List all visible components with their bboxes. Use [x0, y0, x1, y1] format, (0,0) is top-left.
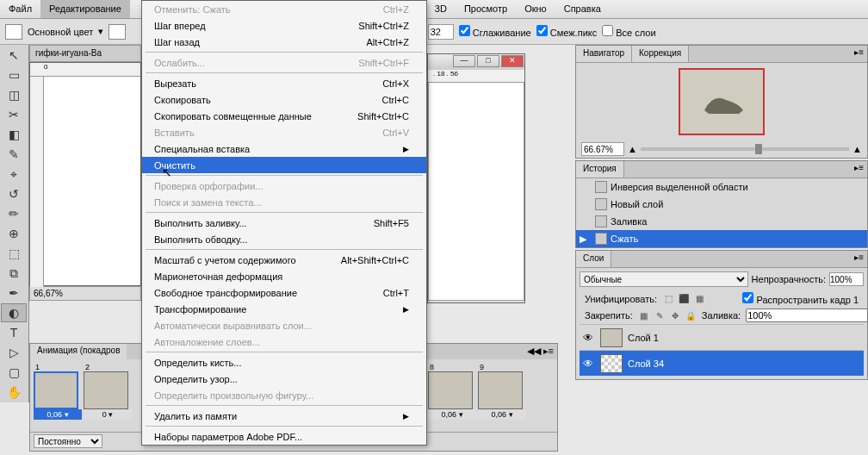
fill-input[interactable]	[746, 309, 868, 322]
menu-item[interactable]: Определить узор...	[142, 371, 426, 387]
lock-icons[interactable]: ▦✎✥🔒	[638, 309, 697, 321]
menu-item[interactable]: СкопироватьCtrl+C	[142, 91, 426, 108]
tool-2[interactable]: ◫	[1, 85, 27, 104]
tab-history[interactable]: История	[576, 161, 624, 178]
menu-item[interactable]: Выполнить обводку...	[142, 231, 426, 247]
menu-item[interactable]: Трансформирование▶	[142, 301, 426, 317]
menu-Справка[interactable]: Справка	[555, 0, 610, 18]
unify-icons[interactable]: ⬚⬛▦	[662, 293, 705, 305]
menu-item[interactable]: Шаг назадAlt+Ctrl+Z	[142, 34, 426, 50]
tool-8[interactable]: ✏	[1, 204, 27, 223]
tool-14[interactable]: T	[1, 323, 27, 342]
tool-1[interactable]: ▭	[1, 65, 27, 84]
menu-item[interactable]: Очистить	[142, 157, 426, 173]
tool-6[interactable]: ⌖	[1, 165, 27, 184]
animation-frame[interactable]: 80,06 ▾	[428, 363, 476, 428]
layer-name: Слой 34	[628, 358, 664, 369]
menu-item[interactable]: Наборы параметров Adobe PDF...	[142, 428, 426, 445]
layer-thumbnail[interactable]	[600, 354, 623, 373]
close-button[interactable]: ✕	[501, 55, 524, 67]
opacity-label: Непрозрачность:	[752, 274, 826, 284]
animation-frame[interactable]: 10,06 ▾	[34, 363, 82, 428]
minimize-button[interactable]: —	[453, 55, 475, 67]
options-toolbar: Основной цвет ▾ Допуск: Сглаживание Смеж…	[0, 19, 868, 45]
zoom-in-icon[interactable]: ▲	[852, 144, 862, 154]
menu-Окно[interactable]: Окно	[516, 0, 555, 18]
antialias-checkbox[interactable]: Сглаживание	[459, 25, 531, 38]
menu-item[interactable]: Шаг впередShift+Ctrl+Z	[142, 17, 426, 34]
menu-Редактирование[interactable]: Редактирование	[40, 0, 130, 18]
animation-frame[interactable]: 90,06 ▾	[478, 363, 526, 428]
panel-menu-icon[interactable]: ◀◀ ▸≡	[524, 344, 557, 359]
tool-4[interactable]: ◧	[1, 125, 27, 144]
menu-item: Поиск и замена текста...	[142, 194, 426, 210]
tool-9[interactable]: ⊕	[1, 224, 27, 243]
history-state[interactable]: Заливка	[576, 213, 867, 230]
tool-5[interactable]: ✎	[1, 145, 27, 164]
loop-select[interactable]: Постоянно	[34, 434, 102, 448]
document-tab[interactable]: гифки-игуана-Ba	[29, 45, 141, 62]
layer-thumbnail[interactable]	[600, 328, 623, 347]
panel-menu-icon[interactable]: ▸≡	[851, 251, 867, 267]
tool-3[interactable]: ✂	[1, 105, 27, 124]
tool-16[interactable]: ▢	[1, 363, 27, 382]
zoom-status[interactable]: 66,67%	[29, 286, 141, 301]
color-swatch[interactable]	[108, 24, 126, 40]
tool-0[interactable]: ↖	[1, 46, 27, 65]
tool-13[interactable]: ◐	[1, 303, 27, 322]
layer-row[interactable]: 👁Слой 1	[580, 324, 864, 350]
menu-item[interactable]: Скопировать совмещенные данныеShift+Ctrl…	[142, 108, 426, 124]
history-panel: История ▸≡ Инверсия выделенной областиНо…	[575, 160, 868, 248]
visibility-icon[interactable]: 👁	[583, 332, 595, 344]
iguana-image	[696, 84, 747, 119]
visibility-icon[interactable]: 👁	[583, 358, 595, 370]
animation-frame[interactable]: 20 ▾	[84, 363, 132, 428]
menu-item[interactable]: Выполнить заливку...Shift+F5	[142, 215, 426, 231]
history-state[interactable]: Инверсия выделенной области	[576, 178, 867, 196]
history-state[interactable]: Новый слой	[576, 196, 867, 213]
menu-item[interactable]: Свободное трансформированиеCtrl+T	[142, 284, 426, 301]
zoom-out-icon[interactable]: ▲	[628, 144, 637, 154]
tab-correction[interactable]: Коррекция	[632, 46, 689, 62]
contiguous-checkbox[interactable]: Смеж.пикс	[536, 25, 598, 38]
tool-7[interactable]: ↺	[1, 184, 27, 203]
blend-mode-select[interactable]: Обычные	[580, 271, 748, 287]
history-state[interactable]: ▶Сжать	[576, 230, 867, 247]
tool-10[interactable]: ⬚	[1, 244, 27, 263]
panel-menu-icon[interactable]: ▸≡	[851, 161, 867, 178]
menu-item[interactable]: Определить кисть...	[142, 354, 426, 371]
maximize-button[interactable]: □	[477, 55, 499, 67]
propagate-checkbox[interactable]: Распространить кадр 1	[742, 292, 859, 305]
all-layers-checkbox[interactable]: Все слои	[602, 25, 655, 38]
menu-item[interactable]: ВырезатьCtrl+X	[142, 75, 426, 91]
menu-item: ВставитьCtrl+V	[142, 124, 426, 140]
tab-animation[interactable]: Анимация (покадров	[30, 344, 127, 359]
menu-Файл[interactable]: Файл	[0, 0, 40, 18]
bucket-icon[interactable]	[5, 24, 22, 40]
menu-Просмотр[interactable]: Просмотр	[456, 0, 516, 18]
tolerance-input[interactable]	[428, 24, 454, 40]
ruler-horizontal: 0	[30, 63, 140, 77]
canvas[interactable]	[428, 82, 524, 301]
tool-15[interactable]: ▷	[1, 343, 27, 362]
tool-12[interactable]: ✒	[1, 284, 27, 302]
tool-11[interactable]: ⧉	[1, 264, 27, 283]
menu-item[interactable]: Масштаб с учетом содержимогоAlt+Shift+Ct…	[142, 252, 426, 268]
tool-17[interactable]: ✋	[1, 383, 27, 402]
layer-row[interactable]: 👁Слой 34	[580, 350, 864, 376]
menu-item[interactable]: Удалить из памяти▶	[142, 408, 426, 424]
navigator-panel: Навигатор Коррекция ▸≡ ▲ ▲	[575, 45, 868, 159]
zoom-input[interactable]	[581, 142, 624, 156]
menu-item[interactable]: Марионеточная деформация	[142, 268, 426, 284]
canvas[interactable]: 0	[29, 62, 141, 286]
menu-item: Ослабить...Shift+Ctrl+F	[142, 54, 426, 71]
panel-menu-icon[interactable]: ▸≡	[851, 46, 867, 62]
opacity-input[interactable]	[829, 272, 864, 286]
toolbox: ↖▭◫✂◧✎⌖↺✏⊕⬚⧉✒◐T▷▢✋	[0, 45, 29, 402]
menu-item[interactable]: Специальная вставка▶	[142, 140, 426, 157]
menu-3D[interactable]: 3D	[426, 0, 456, 18]
navigator-thumbnail[interactable]	[679, 68, 765, 135]
zoom-slider[interactable]	[641, 147, 849, 151]
tab-navigator[interactable]: Навигатор	[576, 46, 632, 62]
tab-layers[interactable]: Слои	[576, 251, 611, 267]
